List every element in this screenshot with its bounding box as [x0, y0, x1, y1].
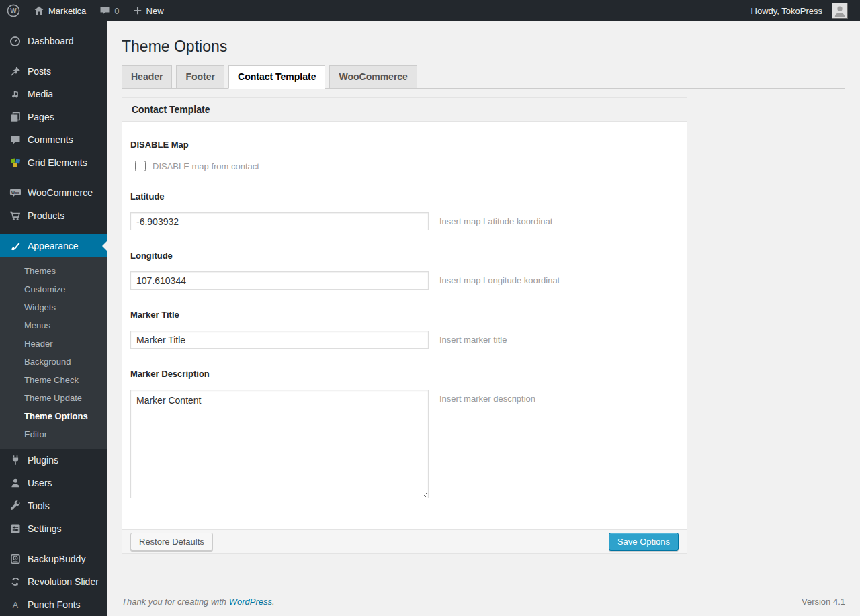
sidebar-item-grid-elements[interactable]: Grid Elements	[0, 151, 108, 174]
home-icon	[34, 5, 44, 16]
contact-template-panel: Contact Template DISABLE Map DISABLE map…	[122, 97, 687, 554]
submenu-item-customize[interactable]: Customize	[0, 280, 108, 298]
letter-a-icon: A	[9, 599, 22, 611]
marker-title-input[interactable]	[130, 331, 429, 349]
new-content-menu[interactable]: New	[126, 0, 171, 21]
sidebar-item-comments[interactable]: Comments	[0, 128, 108, 151]
sidebar-item-label: Users	[28, 478, 52, 488]
sidebar-item-label: Grid Elements	[28, 157, 87, 168]
sidebar-item-woocommerce[interactable]: Woo WooCommerce	[0, 181, 108, 204]
sidebar-item-tools[interactable]: Tools	[0, 494, 108, 517]
longitude-hint: Insert map Longitude koordinat	[439, 271, 560, 285]
pushpin-icon	[9, 65, 22, 78]
theme-options-tabs: Header Footer Contact Template WooCommer…	[122, 65, 845, 89]
sidebar-item-dashboard[interactable]: Dashboard	[0, 30, 108, 52]
dashboard-icon	[9, 35, 22, 48]
my-account-menu[interactable]: Howdy, TokoPress	[744, 3, 855, 19]
sidebar-item-products[interactable]: Products	[0, 204, 108, 227]
sidebar-item-label: Punch Fonts	[28, 599, 81, 610]
comment-bubble-icon	[99, 5, 110, 16]
cart-icon	[9, 210, 22, 222]
panel-title: Contact Template	[122, 98, 687, 122]
wordpress-link[interactable]: WordPress	[229, 597, 272, 607]
sidebar-item-label: Dashboard	[28, 36, 74, 46]
plus-icon	[133, 6, 142, 15]
disable-map-field: DISABLE Map DISABLE map from contact	[130, 140, 679, 171]
sidebar-item-label: Posts	[28, 66, 51, 77]
sidebar-item-label: Appearance	[28, 240, 79, 251]
comment-count: 0	[114, 6, 119, 16]
disable-map-checkbox[interactable]	[135, 161, 146, 171]
submenu-item-theme-check[interactable]: Theme Check	[0, 371, 108, 389]
sidebar-item-label: Settings	[28, 523, 62, 534]
paintbrush-icon	[9, 240, 22, 253]
sidebar-item-appearance[interactable]: Appearance	[0, 234, 108, 257]
sidebar-item-label: WooCommerce	[28, 187, 93, 198]
sidebar-item-pages[interactable]: Pages	[0, 105, 108, 128]
submenu-item-editor[interactable]: Editor	[0, 425, 108, 443]
tab-contact-template[interactable]: Contact Template	[228, 65, 325, 89]
pages-icon	[9, 111, 22, 124]
new-label: New	[146, 6, 164, 16]
footer-thanks: Thank you for creating with WordPress.	[122, 597, 275, 607]
marker-title-hint: Insert marker title	[439, 331, 507, 345]
submenu-item-background[interactable]: Background	[0, 353, 108, 371]
latitude-field: Latitude Insert map Latitude koordinat	[130, 191, 679, 230]
sidebar-item-label: Media	[28, 89, 53, 99]
submenu-item-menus[interactable]: Menus	[0, 316, 108, 335]
wordpress-logo-menu[interactable]: W	[0, 0, 27, 21]
sidebar-item-label: BackupBuddy	[28, 554, 85, 564]
disable-map-checkbox-label[interactable]: DISABLE map from contact	[153, 161, 259, 171]
sidebar-item-label: Pages	[28, 112, 54, 122]
page-title: Theme Options	[122, 37, 845, 56]
save-options-button[interactable]: Save Options	[609, 533, 679, 551]
sliders-icon	[9, 523, 22, 535]
admin-footer: Thank you for creating with WordPress. V…	[108, 597, 860, 616]
submenu-item-widgets[interactable]: Widgets	[0, 298, 108, 316]
field-label-latitude: Latitude	[130, 191, 679, 202]
sidebar-item-revolution-slider[interactable]: Revolution Slider	[0, 570, 108, 593]
marker-description-field: Marker Description Marker Content Insert…	[130, 369, 679, 498]
admin-bar: W Marketica 0 New Howdy, TokoPress	[0, 0, 860, 21]
footer-version: Version 4.1	[802, 597, 845, 607]
svg-text:Woo: Woo	[11, 191, 19, 195]
wordpress-logo-icon: W	[7, 4, 20, 17]
media-icon	[9, 88, 22, 101]
restore-defaults-button[interactable]: Restore Defaults	[130, 533, 213, 551]
svg-text:W: W	[10, 7, 17, 15]
avatar	[832, 3, 848, 19]
tab-footer[interactable]: Footer	[176, 65, 224, 88]
admin-sidebar: Dashboard Posts Media Pages Comments Gri…	[0, 21, 108, 616]
longitude-input[interactable]	[130, 271, 429, 290]
longitude-field: Longitude Insert map Longitude koordinat	[130, 251, 679, 290]
tab-header[interactable]: Header	[122, 65, 172, 88]
cycle-arrows-icon	[9, 576, 22, 588]
marker-description-textarea[interactable]: Marker Content	[130, 390, 429, 498]
site-link[interactable]: Marketica	[27, 0, 93, 21]
marker-title-field: Marker Title Insert marker title	[130, 310, 679, 349]
sidebar-item-plugins[interactable]: Plugins	[0, 449, 108, 472]
sidebar-item-settings[interactable]: Settings	[0, 517, 108, 540]
sidebar-item-label: Products	[28, 210, 64, 221]
sidebar-item-users[interactable]: Users	[0, 472, 108, 494]
tab-woocommerce[interactable]: WooCommerce	[329, 65, 417, 88]
wrench-icon	[9, 500, 22, 513]
sidebar-item-posts[interactable]: Posts	[0, 60, 108, 83]
comments-shortcut[interactable]: 0	[93, 0, 126, 21]
submenu-item-themes[interactable]: Themes	[0, 262, 108, 280]
comment-icon	[9, 134, 22, 146]
sidebar-item-media[interactable]: Media	[0, 83, 108, 105]
submenu-item-theme-update[interactable]: Theme Update	[0, 389, 108, 407]
user-icon	[9, 477, 22, 490]
panel-footer: Restore Defaults Save Options	[122, 529, 687, 553]
sidebar-item-label: Revolution Slider	[28, 576, 99, 587]
submenu-item-theme-options[interactable]: Theme Options	[0, 407, 108, 425]
field-label-disable-map: DISABLE Map	[130, 140, 679, 150]
backup-disk-icon	[9, 553, 22, 566]
sidebar-item-label: Plugins	[28, 455, 58, 466]
howdy-text: Howdy, TokoPress	[751, 6, 822, 16]
submenu-item-header[interactable]: Header	[0, 335, 108, 353]
sidebar-item-backupbuddy[interactable]: BackupBuddy	[0, 547, 108, 570]
latitude-input[interactable]	[130, 212, 429, 230]
sidebar-item-punch-fonts[interactable]: A Punch Fonts	[0, 593, 108, 616]
